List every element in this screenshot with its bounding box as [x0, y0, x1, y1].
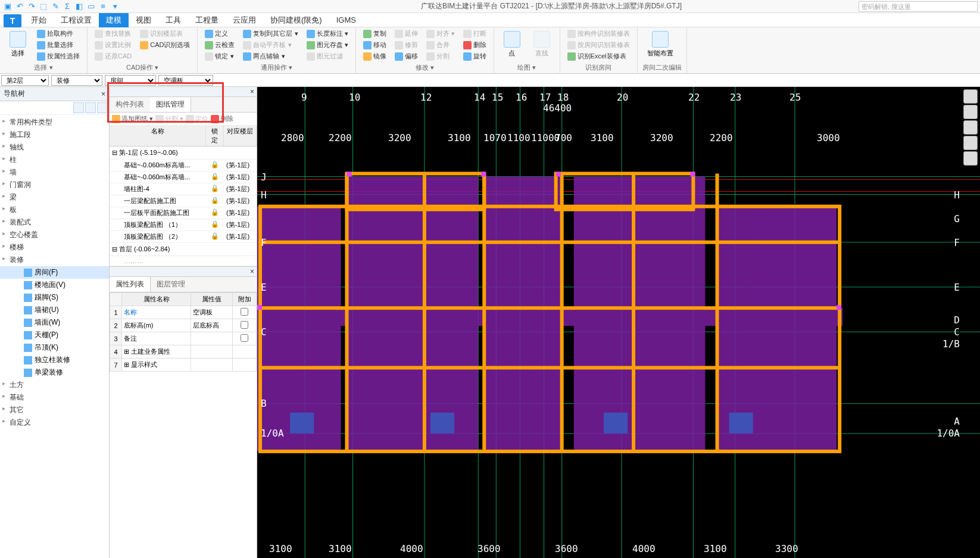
smart-layout-button[interactable]: 智能布置: [642, 29, 678, 62]
dwg-floor[interactable]: ⊟ 首层 (-0.06~2.84): [110, 243, 257, 256]
prop-checkbox[interactable]: [241, 321, 248, 329]
point-button[interactable]: 点: [499, 29, 525, 62]
tree-group[interactable]: 板: [0, 204, 109, 216]
mirror[interactable]: 镜像: [361, 51, 389, 61]
qat-save-icon[interactable]: ▣: [2, 1, 13, 12]
close-icon[interactable]: ×: [101, 90, 105, 98]
tree-item-skirting[interactable]: 踢脚(S): [0, 291, 109, 304]
copy-floor[interactable]: 复制到其它层 ▾: [241, 29, 300, 39]
tree-group[interactable]: 自定义: [0, 416, 109, 429]
tree-item-column[interactable]: 独立柱装修: [0, 354, 109, 366]
dwg-row[interactable]: 基础~-0.060m标高墙...🔒(第-1层): [110, 160, 257, 172]
tree-item-wainscot[interactable]: 墙裙(U): [0, 304, 109, 316]
component-select[interactable]: 空调板: [158, 75, 213, 86]
close-icon[interactable]: ×: [250, 267, 254, 276]
tree-group[interactable]: 门窗洞: [0, 179, 109, 191]
tree-item-suspend[interactable]: 吊顶(K): [0, 341, 109, 354]
qat-icon[interactable]: ◧: [74, 1, 85, 12]
tree-item-floor[interactable]: 楼地面(V): [0, 279, 109, 291]
nav-tree[interactable]: 常用构件类型施工段轴线柱墙门窗洞梁板装配式空心楼盖楼梯装修房间(F)楼地面(V)…: [0, 115, 109, 558]
qat-icon[interactable]: ✎: [50, 1, 61, 12]
prop-row[interactable]: 1名称空调板: [110, 306, 257, 319]
delete[interactable]: 删除: [461, 40, 489, 50]
tree-group[interactable]: 轴线: [0, 141, 109, 154]
qat-icon[interactable]: ⬚: [38, 1, 49, 12]
floor-select[interactable]: 第2层: [1, 75, 49, 86]
qat-undo-icon[interactable]: ↶: [14, 1, 25, 12]
move[interactable]: 移动: [361, 40, 389, 50]
prop-row[interactable]: 3备注: [110, 332, 257, 345]
prop-row[interactable]: 7⊞ 显示样式: [110, 359, 257, 372]
tree-item-wall[interactable]: 墙面(W): [0, 316, 109, 329]
orbit-icon[interactable]: [963, 89, 978, 104]
attr-select[interactable]: 按属性选择: [35, 51, 82, 61]
qat-icon[interactable]: ▭: [86, 1, 96, 12]
category-select[interactable]: 装修: [51, 75, 102, 86]
tree-group[interactable]: 梁: [0, 191, 109, 204]
list-icon[interactable]: [73, 102, 84, 113]
qat-icon[interactable]: ▾: [110, 1, 120, 12]
prop-row[interactable]: 2底标高(m)层底标高: [110, 319, 257, 332]
rotate[interactable]: 旋转: [461, 51, 489, 61]
view-icon[interactable]: [963, 120, 978, 135]
tree-group[interactable]: 墙: [0, 166, 109, 179]
tab-tools[interactable]: 工具: [158, 13, 188, 27]
batch-select[interactable]: 批量选择: [35, 40, 82, 50]
dwg-row[interactable]: 墙柱图-4🔒(第-1层): [110, 183, 257, 195]
tree-item-beam[interactable]: 单梁装修: [0, 366, 109, 379]
dwg-row[interactable]: 顶板梁配筋图 （2）🔒(第-1层): [110, 231, 257, 243]
tree-icon[interactable]: [85, 102, 96, 113]
length-dim[interactable]: 长度标注 ▾: [304, 29, 351, 39]
pick-component[interactable]: 拾取构件: [35, 29, 82, 39]
tree-group[interactable]: 装配式: [0, 216, 109, 229]
add-drawing[interactable]: 添加图纸 ▾: [112, 114, 153, 123]
tab-model[interactable]: 建模: [99, 13, 129, 27]
search-input[interactable]: 密码解锁, 搜这里: [859, 1, 978, 12]
qat-redo-icon[interactable]: ↷: [26, 1, 37, 12]
prop-checkbox[interactable]: [241, 308, 248, 316]
tree-group[interactable]: 施工段: [0, 129, 109, 141]
tab-properties[interactable]: 属性列表: [110, 277, 151, 292]
tab-igms[interactable]: IGMS: [329, 14, 363, 26]
expand-icon[interactable]: [97, 102, 108, 113]
dwg-row[interactable]: 顶板梁配筋图 （1）🔒(第-1层): [110, 219, 257, 231]
drawing-canvas[interactable]: 9101214151617182022232546400280022003200…: [257, 87, 980, 558]
select-button[interactable]: 选择: [5, 29, 31, 62]
copy[interactable]: 复制: [361, 29, 389, 39]
qat-icon[interactable]: ≡: [98, 1, 108, 12]
sub-select[interactable]: 房间: [105, 75, 156, 86]
tree-group[interactable]: 柱: [0, 154, 109, 166]
tree-group[interactable]: 装修: [0, 254, 109, 266]
tab-start[interactable]: 开始: [24, 13, 54, 27]
excel-decorate[interactable]: 识别Excel装修表: [565, 51, 632, 61]
dwg-list[interactable]: ⊟ 第-1层 (-5.19~-0.06)基础~-0.060m标高墙...🔒(第-…: [110, 146, 257, 266]
tree-group[interactable]: 楼梯: [0, 241, 109, 254]
tree-group[interactable]: 空心楼盖: [0, 229, 109, 241]
tree-group[interactable]: 基础: [0, 391, 109, 404]
tab-components[interactable]: 构件列表: [110, 97, 150, 112]
qat-sum-icon[interactable]: Σ: [62, 1, 73, 12]
tree-item-room[interactable]: 房间(F): [0, 266, 109, 279]
property-table[interactable]: 属性名称属性值附加 1名称空调板2底标高(m)层底标高3备注4⊞ 土建业务属性7…: [110, 292, 257, 372]
tab-view[interactable]: 视图: [129, 13, 158, 27]
tab-project[interactable]: 工程设置: [54, 13, 99, 27]
refresh-icon[interactable]: [963, 136, 978, 150]
elem-save[interactable]: 图元存盘 ▾: [304, 40, 351, 50]
tab-layers[interactable]: 图层管理: [151, 277, 191, 292]
dwg-row[interactable]: 一层梁配筋施工图🔒(第-1层): [110, 195, 257, 207]
app-logo[interactable]: T: [4, 14, 21, 27]
dwg-floor[interactable]: ⊟ 第-1层 (-5.19~-0.06): [110, 146, 257, 160]
prop-row[interactable]: 4⊞ 土建业务属性: [110, 345, 257, 359]
offset[interactable]: 偏移: [392, 51, 420, 61]
dwg-row[interactable]: 一层板平面配筋施工图🔒(第-1层): [110, 207, 257, 219]
layers-icon[interactable]: [963, 151, 978, 166]
delete-drawing[interactable]: 删除: [211, 114, 233, 123]
tree-group[interactable]: 其它: [0, 404, 109, 416]
dwg-row[interactable]: 基础~-0.060m标高墙...🔒(第-1层): [110, 172, 257, 183]
tab-cloud[interactable]: 云应用: [226, 13, 263, 27]
tab-qty[interactable]: 工程量: [188, 13, 226, 27]
tree-item-ceiling[interactable]: 天棚(P): [0, 329, 109, 341]
tree-group[interactable]: 常用构件类型: [0, 116, 109, 129]
close-icon[interactable]: ×: [250, 88, 254, 96]
tab-collab[interactable]: 协同建模(限免): [263, 13, 329, 27]
